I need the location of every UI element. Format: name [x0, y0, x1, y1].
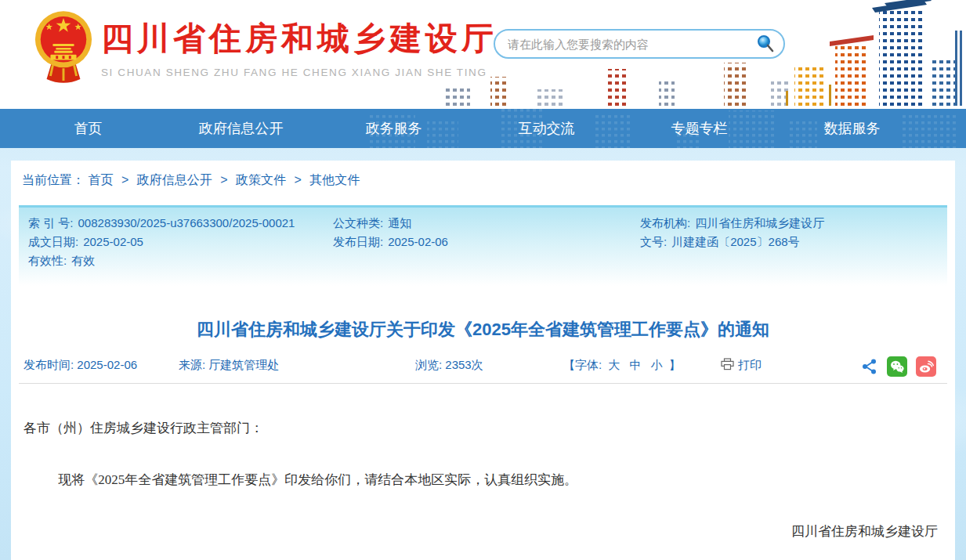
breadcrumb-other-files[interactable]: 其他文件 [309, 173, 360, 186]
share-icon[interactable] [861, 358, 878, 375]
nav-item-special-topics[interactable]: 专题专栏 [623, 109, 776, 148]
font-size-open-bracket: 【字体: [563, 358, 602, 371]
nav-item-gov-info[interactable]: 政府信息公开 [165, 109, 317, 148]
article-source: 来源: 厅建筑管理处 [179, 358, 279, 373]
content-panel: 当前位置： 首页 > 政府信息公开 > 政策文件 > 其他文件 索 引 号:00… [11, 161, 955, 560]
document-metadata: 索 引 号:008283930/2025-u37663300/2025-0002… [19, 205, 947, 286]
publish-time: 发布时间: 2025-02-06 [24, 358, 137, 373]
main-nav: 首页 政府信息公开 政务服务 互动交流 专题专栏 数据服务 [0, 109, 966, 148]
national-emblem-icon [33, 9, 94, 87]
breadcrumb-separator: > [121, 173, 128, 186]
nav-item-interaction[interactable]: 互动交流 [470, 109, 623, 148]
font-size-medium-button[interactable]: 中 [630, 358, 642, 371]
site-header: 四川省住房和城乡建设厅 SI CHUAN SHENG ZHU FANG HE C… [0, 0, 966, 109]
weibo-share-icon[interactable] [916, 356, 936, 377]
font-size-control: 【字体: 大 中 小 】 [563, 358, 681, 373]
meta-date-published: 发布日期:2025-02-06 [333, 235, 640, 254]
view-count: 浏览: 2353次 [415, 358, 483, 373]
font-size-small-button[interactable]: 小 [651, 358, 663, 371]
article-paragraph-main: 现将《2025年全省建筑管理工作要点》印发给你们，请结合本地区实际，认真组织实施… [24, 471, 577, 489]
meta-date-written: 成文日期:2025-02-05 [28, 235, 333, 254]
nav-item-home[interactable]: 首页 [12, 109, 165, 148]
search-box [494, 29, 785, 59]
meta-issuing-agency: 发布机构:四川省住房和城乡建设厅 [640, 216, 947, 235]
breadcrumb-gov-info[interactable]: 政府信息公开 [137, 173, 212, 186]
wechat-share-icon[interactable] [887, 356, 907, 377]
breadcrumb-home[interactable]: 首页 [88, 173, 113, 186]
search-icon[interactable] [755, 34, 776, 54]
meta-index-no: 索 引 号:008283930/2025-u37663300/2025-0002… [28, 216, 333, 235]
article-meta-row: 发布时间: 2025-02-06 来源: 厅建筑管理处 浏览: 2353次 【字… [11, 358, 955, 378]
article-paragraph-salutation: 各市（州）住房城乡建设行政主管部门： [24, 419, 263, 437]
search-input[interactable] [508, 38, 755, 51]
breadcrumb-label: 当前位置： [22, 173, 85, 186]
breadcrumb-separator: > [294, 173, 301, 186]
meta-doc-number: 文号:川建建函〔2025〕268号 [640, 235, 947, 254]
breadcrumb-policy-files[interactable]: 政策文件 [236, 173, 286, 186]
article-title: 四川省住房和城乡建设厅关于印发《2025年全省建筑管理工作要点》的通知 [11, 318, 955, 341]
font-size-large-button[interactable]: 大 [608, 358, 620, 371]
meta-doc-type: 公文种类:通知 [333, 216, 640, 235]
nav-item-data-services[interactable]: 数据服务 [776, 109, 928, 148]
printer-icon [721, 358, 734, 373]
meta-validity: 有效性:有效 [28, 254, 333, 273]
print-button[interactable]: 打印 [721, 358, 762, 373]
article-signature: 四川省住房和城乡建设厅 [791, 522, 938, 540]
breadcrumb: 当前位置： 首页 > 政府信息公开 > 政策文件 > 其他文件 [22, 172, 360, 189]
breadcrumb-separator: > [220, 173, 227, 186]
meta-divider [19, 383, 947, 384]
font-size-close-bracket: 】 [669, 358, 681, 371]
nav-item-services[interactable]: 政务服务 [317, 109, 470, 148]
